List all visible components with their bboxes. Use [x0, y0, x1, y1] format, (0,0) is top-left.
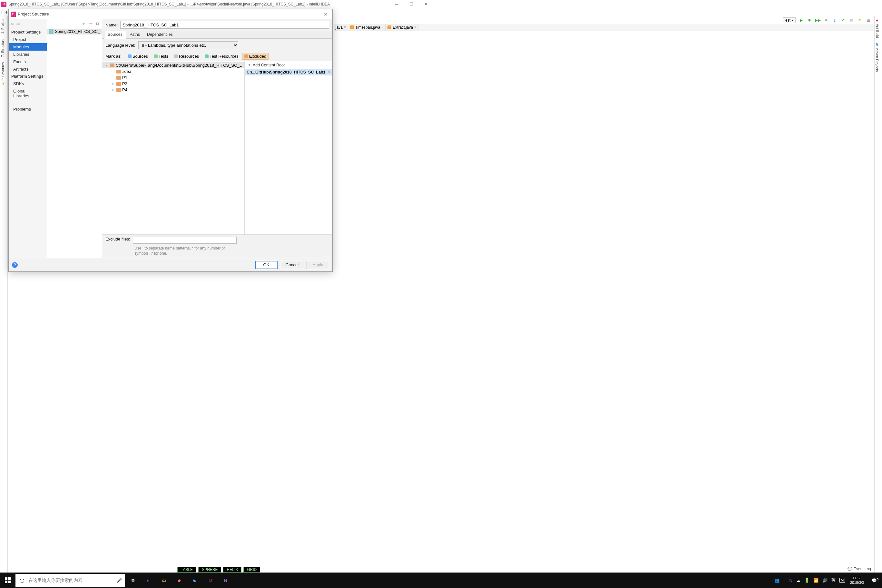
module-icon	[49, 29, 54, 34]
exclude-help-text: Use ; to separate name patterns, * for a…	[102, 246, 238, 258]
language-level-select[interactable]: 8 - Lambdas, type annotations etc.	[138, 41, 238, 49]
resources-icon	[174, 54, 178, 58]
tab-sources[interactable]: Sources	[104, 31, 126, 39]
help-icon[interactable]: ?	[12, 262, 18, 268]
exclude-files-label: Exclude files:	[105, 237, 130, 244]
editor-tab-extract[interactable]: J Extract.java×	[386, 24, 418, 31]
close-icon[interactable]: ×	[414, 26, 416, 29]
cancel-button[interactable]: Cancel	[281, 261, 303, 269]
expand-icon[interactable]: ▾	[105, 63, 109, 67]
sources-icon	[128, 54, 132, 58]
close-icon[interactable]: ×	[344, 26, 346, 29]
add-module-icon[interactable]: ＋	[81, 21, 86, 27]
intellij-icon: IJ	[1, 2, 6, 7]
java-icon: J	[350, 26, 354, 29]
nav-item-global-libraries[interactable]: Global Libraries	[9, 87, 47, 100]
remove-module-icon[interactable]: −	[89, 21, 93, 27]
tree-root[interactable]: ▾ C:\Users\Super-Tang\Documents\GitHub\S…	[102, 62, 244, 68]
nav-section-platform-settings: Platform Settings	[9, 73, 47, 80]
name-label: Name:	[105, 22, 118, 27]
menu-file[interactable]: File	[1, 10, 8, 15]
toolwindow-structure[interactable]: 7: Structure	[0, 36, 5, 60]
expand-icon[interactable]: ▸	[111, 88, 115, 92]
apply-button[interactable]: Apply	[307, 261, 329, 269]
mark-excluded-button[interactable]: Excluded	[242, 53, 268, 60]
module-name-input[interactable]	[120, 21, 329, 29]
copy-module-icon[interactable]: ⧉	[96, 21, 99, 26]
module-detail-pane: Name: Sources Paths Dependencies Languag…	[102, 19, 332, 258]
folder-icon	[116, 82, 121, 86]
project-structure-dialog: IJ Project Structure ✕ ⇦ ⇨ Project Setti…	[8, 9, 333, 272]
left-tool-stripe: 1: Project 7: Structure ★2: Favorites	[0, 16, 8, 289]
nav-item-artifacts[interactable]: Artifacts	[9, 66, 47, 73]
module-list-pane: ＋ − ⧉ Spring2018_HITCS_SC_	[47, 19, 102, 258]
nav-item-sdks[interactable]: SDKs	[9, 80, 47, 87]
maximize-button[interactable]: ❐	[404, 0, 419, 8]
mark-tests-button[interactable]: Tests	[152, 53, 171, 60]
folder-icon	[116, 70, 121, 74]
plus-icon: ＋	[247, 62, 252, 68]
nav-item-modules[interactable]: Modules	[9, 43, 47, 51]
minimize-button[interactable]: ─	[389, 0, 404, 8]
tree-item-idea[interactable]: .idea	[102, 68, 244, 75]
tree-item-p4[interactable]: ▸ P4	[102, 87, 244, 93]
content-root-item[interactable]: C:\...GitHub\Spring2018_HITCS_SC_Lab1 ×	[244, 69, 332, 75]
back-icon[interactable]: ⇦	[10, 21, 15, 26]
language-level-label: Language level:	[105, 43, 135, 48]
intellij-icon: IJ	[10, 12, 16, 17]
nav-item-libraries[interactable]: Libraries	[9, 51, 47, 58]
folder-icon	[110, 63, 114, 68]
nav-item-facets[interactable]: Facets	[9, 58, 47, 66]
mark-as-label: Mark as:	[105, 54, 122, 58]
ok-button[interactable]: OK	[255, 261, 278, 269]
nav-section-project-settings: Project Settings	[9, 29, 47, 36]
exclude-files-input[interactable]	[133, 237, 237, 244]
content-tree[interactable]: ▾ C:\Users\Super-Tang\Documents\GitHub\S…	[102, 61, 244, 234]
dialog-nav-toolbar: ⇦ ⇨	[9, 19, 47, 29]
excluded-icon	[244, 54, 248, 58]
content-root-pane: ＋ Add Content Root C:\...GitHub\Spring20…	[244, 61, 332, 234]
add-content-root-button[interactable]: ＋ Add Content Root	[244, 61, 332, 69]
folder-icon	[116, 88, 121, 92]
close-icon[interactable]: ×	[381, 26, 383, 29]
editor-tab-timespan[interactable]: J Timespan.java×	[348, 24, 386, 31]
test-resources-icon	[205, 54, 208, 58]
nav-item-problems[interactable]: Problems	[9, 105, 47, 113]
tree-item-p1[interactable]: P1	[102, 75, 244, 81]
module-tabs: Sources Paths Dependencies	[102, 31, 332, 39]
mark-as-row: Mark as: Sources Tests Resources Test Re…	[102, 52, 332, 61]
expand-icon[interactable]: ▸	[111, 82, 115, 86]
java-icon: J	[387, 26, 392, 29]
module-row[interactable]: Spring2018_HITCS_SC_	[47, 29, 102, 34]
tree-item-p2[interactable]: ▸ P2	[102, 81, 244, 87]
dialog-title: Project Structure	[18, 12, 49, 16]
toolwindow-favorites[interactable]: ★2: Favorites	[0, 60, 6, 88]
tab-dependencies[interactable]: Dependencies	[144, 31, 176, 38]
dialog-footer: ? OK Cancel Apply	[9, 258, 332, 272]
mark-test-resources-button[interactable]: Test Resources	[202, 53, 241, 60]
remove-root-icon[interactable]: ×	[328, 70, 330, 75]
dialog-close-button[interactable]: ✕	[321, 12, 330, 17]
module-list-toolbar: ＋ − ⧉	[47, 19, 102, 29]
window-title: Spring2018_HITCS_SC_Lab1 [C:\Users\Super…	[8, 2, 330, 6]
nav-item-project[interactable]: Project	[9, 36, 47, 43]
tests-icon	[154, 54, 158, 58]
toolwindow-project[interactable]: 1: Project	[0, 16, 5, 36]
editor-tab-partial[interactable]: java×	[334, 24, 348, 31]
dialog-nav: ⇦ ⇨ Project Settings Project Modules Lib…	[9, 19, 47, 258]
window-titlebar: IJ Spring2018_HITCS_SC_Lab1 [C:\Users\Su…	[0, 0, 434, 8]
folder-icon	[116, 76, 121, 80]
forward-icon[interactable]: ⇨	[16, 21, 20, 26]
mark-sources-button[interactable]: Sources	[125, 53, 150, 60]
tab-paths[interactable]: Paths	[126, 31, 144, 38]
mark-resources-button[interactable]: Resources	[172, 53, 201, 60]
dialog-titlebar[interactable]: IJ Project Structure ✕	[9, 9, 332, 19]
editor-tabs: java× J Timespan.java× J Extract.java×	[334, 24, 434, 31]
close-button[interactable]: ✕	[419, 0, 434, 8]
